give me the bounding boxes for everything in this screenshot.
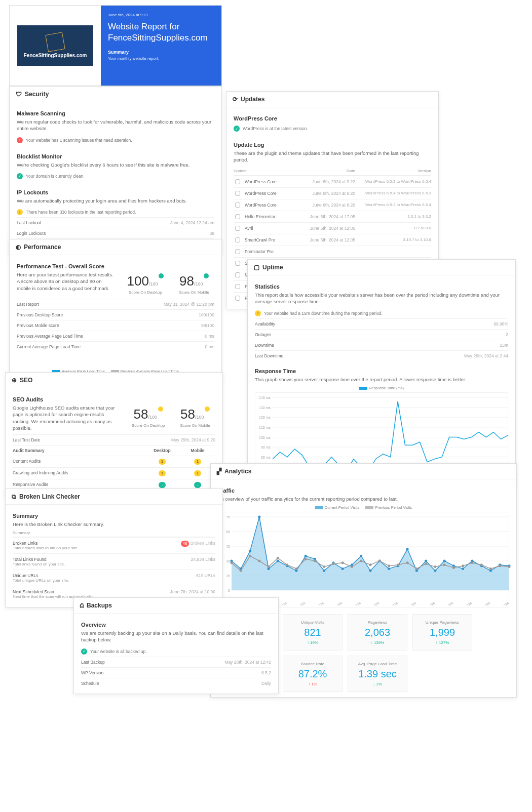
blc-title: Broken Link Checker: [19, 493, 80, 500]
table-row: ScheduleDaily: [81, 678, 271, 688]
col-update: Update: [234, 169, 294, 173]
svg-point-87: [406, 562, 409, 564]
gauge-icon: ◐: [16, 243, 21, 251]
svg-point-94: [471, 562, 473, 564]
svg-point-75: [295, 567, 297, 570]
log-desc: These are the plugin and theme updates t…: [234, 150, 431, 164]
analytics-title: Analytics: [224, 468, 251, 475]
blc-row: 619 URLsUnique URLsTotal unique URLs on …: [13, 570, 215, 586]
hero-content: June 5th, 2024 at 9:11 Website Report fo…: [101, 6, 221, 86]
update-icon: [235, 272, 240, 277]
svg-text:May 21, 2024: May 21, 2024: [343, 601, 362, 606]
svg-text:80 ms: 80 ms: [261, 456, 271, 459]
update-row: WordPress CoreJune 6th, 2024 at 6:20Word…: [234, 199, 431, 211]
badge-green-icon: [159, 273, 164, 278]
svg-text:May 25, 2024: May 25, 2024: [379, 601, 399, 606]
svg-text:120 ms: 120 ms: [259, 416, 271, 419]
svg-point-88: [415, 567, 418, 570]
svg-point-83: [369, 564, 372, 566]
svg-text:May 15, 2024: May 15, 2024: [287, 601, 307, 606]
table-row: Last Test DateMay 29th, 2024 at 9:20: [13, 434, 215, 445]
updates-title: Updates: [241, 96, 264, 103]
svg-text:130 ms: 130 ms: [259, 406, 271, 410]
svg-point-73: [277, 557, 279, 559]
update-icon: [235, 237, 240, 242]
stat-tile: Bounce Rate87.2%↑ 1%: [283, 656, 343, 692]
blc-summary-label: Summary: [13, 513, 215, 519]
svg-point-52: [369, 570, 372, 572]
ip-title: IP Lockouts: [17, 189, 214, 195]
summary-desc: Your monthly website report.: [108, 56, 214, 61]
svg-text:45: 45: [226, 545, 230, 548]
stat-tile: Unique Visits821↑ 19%: [283, 614, 343, 651]
svg-point-40: [258, 516, 260, 518]
perf-sec-title: Performance Test - Overall Score: [17, 263, 214, 269]
uptime-status: Your website had a 15m downtime during t…: [264, 311, 383, 316]
update-row: WordPress CoreJune 6th, 2024 at 9:22Word…: [234, 176, 431, 187]
svg-point-54: [388, 567, 390, 570]
update-icon: [235, 249, 240, 254]
svg-text:May 27, 2024: May 27, 2024: [398, 601, 417, 606]
uptime-title: Uptime: [262, 264, 283, 271]
traffic-desc: An overview of your traffic analytics fo…: [218, 496, 509, 502]
svg-point-97: [499, 564, 501, 567]
blc-row: 46 Broken LinksBroken LinksTotal broken …: [13, 537, 215, 553]
update-icon: [235, 202, 240, 208]
update-icon: [235, 191, 240, 196]
svg-point-71: [258, 560, 260, 562]
seo-desc: Google Lighthouse SEO audits ensure that…: [13, 404, 127, 431]
chart-icon: ▞: [217, 468, 221, 475]
backups-title: Backups: [87, 602, 112, 609]
svg-point-89: [425, 563, 427, 565]
ip-desc: We are automatically protecting your log…: [17, 197, 214, 204]
traffic-title: Traffic: [218, 488, 509, 494]
svg-point-96: [489, 567, 492, 570]
table-row: Last DowntimeMay 29th, 2024 at 2:44: [255, 350, 508, 361]
svg-point-68: [231, 562, 233, 564]
svg-point-85: [388, 564, 390, 567]
stat-tile: Avg. Page Load Time1.39 sec↓ 1%: [348, 656, 407, 692]
report-hero: FenceSittingSupplies.com June 5th, 2024 …: [9, 5, 222, 86]
svg-point-95: [480, 564, 483, 566]
svg-point-84: [378, 560, 381, 562]
svg-point-76: [305, 558, 307, 560]
svg-point-69: [240, 570, 242, 572]
blc-card: ⧉Broken Link Checker Summary Here is the…: [5, 489, 223, 607]
seo-audits-title: SEO Audits: [13, 396, 215, 402]
svg-text:75: 75: [226, 515, 230, 519]
svg-point-58: [425, 560, 427, 562]
svg-text:100 ms: 100 ms: [259, 435, 271, 439]
stat-tile: Pageviews2,063↑ 139%: [348, 614, 407, 651]
ip-status: There have been 330 lockouts in the last…: [26, 210, 136, 215]
globe-icon: ⊕: [12, 377, 17, 384]
update-row: AvrilJune 5th, 2024 at 12:058.7 to 8.8: [234, 222, 431, 234]
summary-label: Summary: [108, 50, 214, 55]
table-row: Downtime15m: [255, 340, 508, 350]
audit-row: Crawling and Indexing Audits11: [13, 467, 215, 479]
backups-card: ⎙Backups Overview We are currently backi…: [73, 597, 279, 694]
svg-point-62: [462, 567, 464, 570]
table-row: Previous Average Page Load Time0 ms: [17, 331, 214, 341]
update-row: SmartCrawl ProJune 5th, 2024 at 12:053.1…: [234, 234, 431, 246]
uptime-card: ▢Uptime Statistics This report details h…: [247, 259, 516, 494]
backup-status: Your website is all backed up.: [90, 649, 147, 654]
update-icon: [235, 284, 240, 289]
mobile-score: 98/100 Score On Mobile: [179, 273, 209, 295]
svg-point-81: [351, 565, 353, 568]
core-status: WordPress is at the latest version.: [243, 126, 308, 131]
badge-green-icon: [204, 273, 209, 278]
reload-icon: ⟳: [233, 96, 238, 103]
svg-text:May 19, 2024: May 19, 2024: [324, 601, 344, 606]
svg-point-78: [323, 565, 325, 568]
svg-text:Jun 4, 2024: Jun 4, 2024: [475, 601, 491, 606]
svg-point-47: [323, 570, 325, 572]
update-icon: [235, 214, 240, 219]
svg-point-45: [305, 555, 307, 557]
svg-point-90: [434, 565, 436, 568]
malware-status: Your website has 1 scanning issues that …: [26, 138, 132, 143]
svg-point-98: [508, 565, 511, 568]
report-date: June 5th, 2024 at 9:11: [108, 13, 214, 17]
seo-title: SEO: [20, 377, 32, 384]
check-icon: ✓: [81, 648, 87, 655]
stats-desc: This report details how accessible your …: [255, 292, 508, 305]
